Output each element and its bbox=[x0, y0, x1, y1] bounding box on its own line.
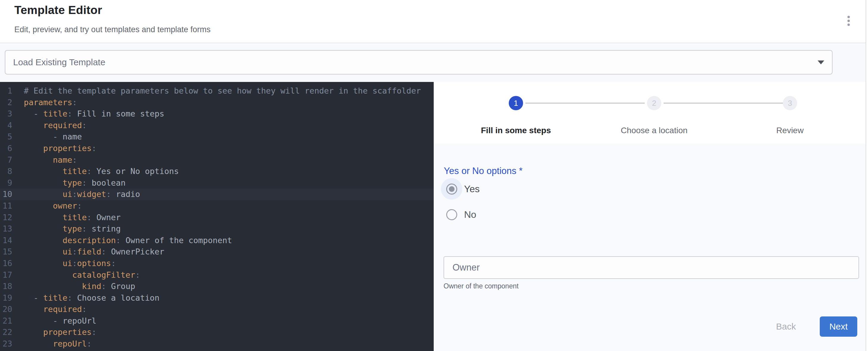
line-number: 15 bbox=[0, 246, 12, 258]
load-template-combobox[interactable] bbox=[5, 50, 833, 75]
step-circle: 1 bbox=[509, 96, 523, 110]
code-text: description: Owner of the component bbox=[12, 235, 232, 246]
code-line[interactable]: 20 required: bbox=[0, 303, 434, 315]
step-circle: 3 bbox=[783, 96, 797, 110]
code-editor[interactable]: 1# Edit the template parameters below to… bbox=[0, 82, 434, 351]
template-preview-panel: 1Fill in some steps2Choose a location3Re… bbox=[434, 82, 868, 351]
line-number: 7 bbox=[0, 154, 12, 166]
line-number: 18 bbox=[0, 281, 12, 292]
code-line[interactable]: 22 properties: bbox=[0, 327, 434, 338]
step-connector bbox=[664, 103, 783, 104]
page-subtitle: Edit, preview, and try out templates and… bbox=[14, 25, 211, 34]
code-line[interactable]: 6 properties: bbox=[0, 143, 434, 154]
load-template-input[interactable] bbox=[13, 51, 811, 74]
step-label: Review bbox=[736, 126, 844, 135]
code-text: properties: bbox=[12, 143, 96, 154]
code-line[interactable]: 18 kind: Group bbox=[0, 281, 434, 292]
radio-group-label-text: Yes or No options bbox=[444, 166, 517, 176]
owner-input[interactable] bbox=[443, 256, 859, 279]
radio-dot bbox=[449, 186, 455, 192]
code-line[interactable]: 14 description: Owner of the component bbox=[0, 235, 434, 246]
code-line[interactable]: 19 - title: Choose a location bbox=[0, 292, 434, 304]
page-title: Template Editor bbox=[14, 4, 102, 17]
code-line[interactable]: 5 - name bbox=[0, 131, 434, 143]
radio-option-yes[interactable]: Yes bbox=[434, 178, 479, 200]
code-text: title: Owner bbox=[12, 212, 121, 224]
step-item-1: 1Fill in some steps bbox=[462, 96, 569, 135]
code-text: kind: Group bbox=[12, 281, 135, 292]
code-line[interactable]: 7 name: bbox=[0, 154, 434, 166]
step-item-2: 2Choose a location bbox=[600, 96, 708, 135]
code-line[interactable]: 8 title: Yes or No options bbox=[0, 166, 434, 177]
step-item-3: 3Review bbox=[736, 96, 844, 135]
line-number: 9 bbox=[0, 177, 12, 189]
code-line[interactable]: 21 - repoUrl bbox=[0, 315, 434, 327]
code-text: # Edit the template parameters below to … bbox=[12, 85, 421, 97]
radio-button-icon[interactable] bbox=[446, 183, 457, 195]
code-line[interactable]: 9 type: boolean bbox=[0, 177, 434, 189]
template-editor-page: Template Editor Edit, preview, and try o… bbox=[0, 0, 868, 351]
line-number: 5 bbox=[0, 131, 12, 143]
code-text: ui:field: OwnerPicker bbox=[12, 246, 164, 258]
code-text: required: bbox=[12, 303, 87, 315]
code-text: ui:options: bbox=[12, 258, 116, 269]
line-number: 10 bbox=[0, 188, 12, 200]
template-picker-toolbar bbox=[0, 42, 868, 82]
line-number: 17 bbox=[0, 269, 12, 281]
code-text: - title: Choose a location bbox=[12, 292, 159, 304]
code-line[interactable]: 16 ui:options: bbox=[0, 258, 434, 269]
code-text: required: bbox=[12, 120, 87, 131]
radio-halo bbox=[441, 178, 462, 200]
required-marker: * bbox=[519, 166, 523, 176]
line-number: 13 bbox=[0, 223, 12, 235]
radio-button-icon[interactable] bbox=[446, 209, 457, 220]
line-number: 6 bbox=[0, 143, 12, 154]
owner-helper-text: Owner of the component bbox=[443, 282, 519, 290]
code-line[interactable]: 11 owner: bbox=[0, 200, 434, 212]
code-text: - title: Fill in some steps bbox=[12, 108, 164, 120]
next-button[interactable]: Next bbox=[820, 316, 857, 337]
line-number: 21 bbox=[0, 315, 12, 327]
radio-option-label: No bbox=[464, 209, 476, 220]
code-text: parameters: bbox=[12, 97, 77, 109]
radio-halo bbox=[441, 204, 462, 225]
step-label: Fill in some steps bbox=[462, 126, 569, 135]
line-number: 19 bbox=[0, 292, 12, 304]
page-header: Template Editor Edit, preview, and try o… bbox=[0, 0, 868, 42]
step-label: Choose a location bbox=[600, 126, 708, 135]
code-line[interactable]: 12 title: Owner bbox=[0, 212, 434, 224]
code-text: repoUrl: bbox=[12, 338, 92, 350]
code-text: type: string bbox=[12, 223, 121, 235]
form-actions: Back Next bbox=[768, 316, 857, 337]
code-line[interactable]: 1# Edit the template parameters below to… bbox=[0, 85, 434, 97]
line-number: 22 bbox=[0, 327, 12, 338]
code-line[interactable]: 2parameters: bbox=[0, 97, 434, 109]
code-line[interactable]: 10 ui:widget: radio bbox=[0, 188, 434, 200]
code-line[interactable]: 23 repoUrl: bbox=[0, 338, 434, 350]
line-number: 3 bbox=[0, 108, 12, 120]
code-line[interactable]: 3 - title: Fill in some steps bbox=[0, 108, 434, 120]
code-line[interactable]: 17 catalogFilter: bbox=[0, 269, 434, 281]
code-text: ui:widget: radio bbox=[12, 188, 140, 200]
line-number: 16 bbox=[0, 258, 12, 269]
line-number: 20 bbox=[0, 303, 12, 315]
code-text: properties: bbox=[12, 327, 96, 338]
code-text: - name bbox=[12, 131, 82, 143]
back-button[interactable]: Back bbox=[768, 322, 804, 332]
code-text: catalogFilter: bbox=[12, 269, 140, 281]
code-line[interactable]: 4 required: bbox=[0, 120, 434, 131]
dropdown-caret-icon[interactable] bbox=[818, 60, 824, 64]
line-number: 23 bbox=[0, 338, 12, 350]
more-options-button[interactable] bbox=[841, 14, 856, 28]
code-text: type: boolean bbox=[12, 177, 125, 189]
radio-group-label: Yes or No options * bbox=[444, 166, 523, 176]
step-connector bbox=[525, 103, 645, 104]
code-line[interactable]: 15 ui:field: OwnerPicker bbox=[0, 246, 434, 258]
line-number: 12 bbox=[0, 212, 12, 224]
code-text: title: Yes or No options bbox=[12, 166, 179, 177]
code-text: owner: bbox=[12, 200, 82, 212]
code-line[interactable]: 13 type: string bbox=[0, 223, 434, 235]
radio-option-no[interactable]: No bbox=[434, 204, 476, 225]
step-circle: 2 bbox=[647, 96, 661, 110]
line-number: 1 bbox=[0, 85, 12, 97]
